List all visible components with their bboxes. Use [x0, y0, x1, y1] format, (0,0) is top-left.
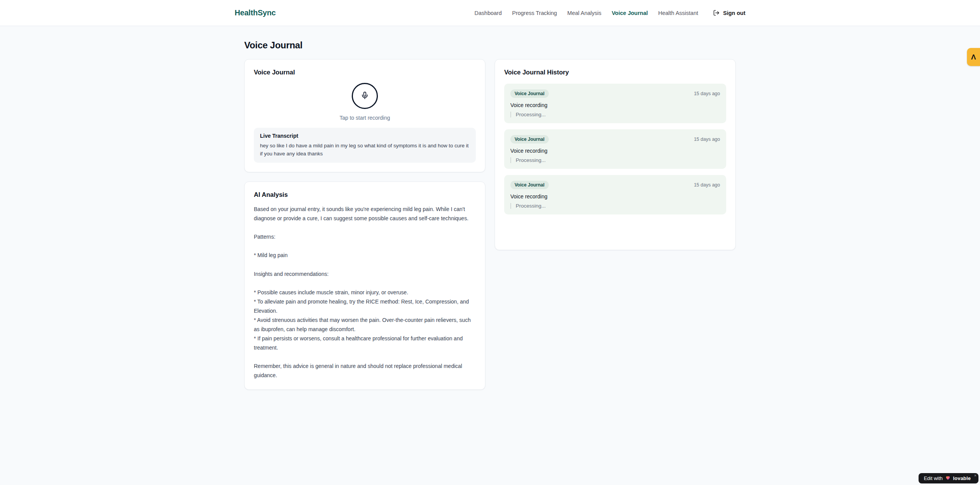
entry-type-badge: Voice Journal: [510, 181, 549, 189]
recorder-card-title: Voice Journal: [254, 69, 476, 76]
entry-timestamp: 15 days ago: [694, 182, 720, 188]
heart-icon: [945, 475, 951, 482]
nav-item-health-assistant[interactable]: Health Assistant: [658, 10, 698, 16]
left-column: Voice Journal Tap to start recording: [244, 59, 485, 390]
live-transcript-box: Live Transcript hey so like I do have a …: [254, 128, 476, 163]
mic-area: Tap to start recording: [254, 83, 476, 121]
entry-type-badge: Voice Journal: [510, 135, 549, 144]
history-entry: Voice Journal 15 days ago Voice recordin…: [504, 84, 726, 123]
main-content: Voice Journal Voice Journal: [244, 26, 736, 390]
entry-status: Processing...: [510, 203, 720, 209]
top-nav: HealthSync Dashboard Progress Tracking M…: [0, 0, 980, 26]
nav-item-meal-analysis[interactable]: Meal Analysis: [567, 10, 601, 16]
entry-label: Voice recording: [510, 193, 720, 200]
browser-extension-tab[interactable]: Λ: [967, 48, 980, 66]
entry-status: Processing...: [510, 157, 720, 163]
nav-container: HealthSync Dashboard Progress Tracking M…: [235, 0, 745, 26]
brand-logo[interactable]: HealthSync: [235, 8, 276, 17]
history-entry: Voice Journal 15 days ago Voice recordin…: [504, 129, 726, 169]
microphone-icon: [361, 91, 369, 101]
voice-journal-history-card: Voice Journal History Voice Journal 15 d…: [495, 59, 736, 250]
live-transcript-text: hey so like I do have a mild pain in my …: [260, 142, 470, 158]
live-transcript-title: Live Transcript: [260, 133, 470, 139]
edit-with-lovable-badge[interactable]: Edit with lovable ×: [919, 473, 978, 483]
edit-badge-prefix: Edit with: [924, 475, 943, 481]
extension-logo-icon: Λ: [971, 53, 976, 61]
entry-status: Processing...: [510, 112, 720, 117]
record-hint: Tap to start recording: [339, 115, 390, 121]
history-entry: Voice Journal 15 days ago Voice recordin…: [504, 175, 726, 214]
history-entry-header: Voice Journal 15 days ago: [510, 89, 720, 98]
logout-icon: [713, 10, 720, 16]
edit-badge-brand: lovable: [953, 475, 971, 481]
entry-label: Voice recording: [510, 102, 720, 108]
history-card-title: Voice Journal History: [504, 69, 726, 76]
page-title: Voice Journal: [244, 40, 736, 51]
entry-timestamp: 15 days ago: [694, 137, 720, 142]
history-entry-header: Voice Journal 15 days ago: [510, 135, 720, 144]
edit-badge-close-icon[interactable]: ×: [974, 473, 977, 478]
ai-analysis-title: AI Analysis: [254, 191, 476, 198]
nav-item-progress-tracking[interactable]: Progress Tracking: [512, 10, 557, 16]
voice-recorder-card: Voice Journal Tap to start recording: [244, 59, 485, 172]
content-grid: Voice Journal Tap to start recording: [244, 59, 736, 390]
ai-analysis-body: Based on your journal entry, it sounds l…: [254, 205, 476, 380]
sign-out-label: Sign out: [723, 10, 745, 16]
entry-timestamp: 15 days ago: [694, 91, 720, 96]
nav-links: Dashboard Progress Tracking Meal Analysi…: [475, 10, 745, 16]
history-entry-header: Voice Journal 15 days ago: [510, 181, 720, 189]
ai-analysis-card: AI Analysis Based on your journal entry,…: [244, 181, 485, 389]
record-button[interactable]: [352, 83, 378, 109]
nav-item-voice-journal[interactable]: Voice Journal: [612, 10, 648, 16]
sign-out-button[interactable]: Sign out: [713, 10, 745, 16]
entry-label: Voice recording: [510, 148, 720, 154]
right-column: Voice Journal History Voice Journal 15 d…: [495, 59, 736, 250]
entry-type-badge: Voice Journal: [510, 89, 549, 98]
nav-item-dashboard[interactable]: Dashboard: [475, 10, 502, 16]
